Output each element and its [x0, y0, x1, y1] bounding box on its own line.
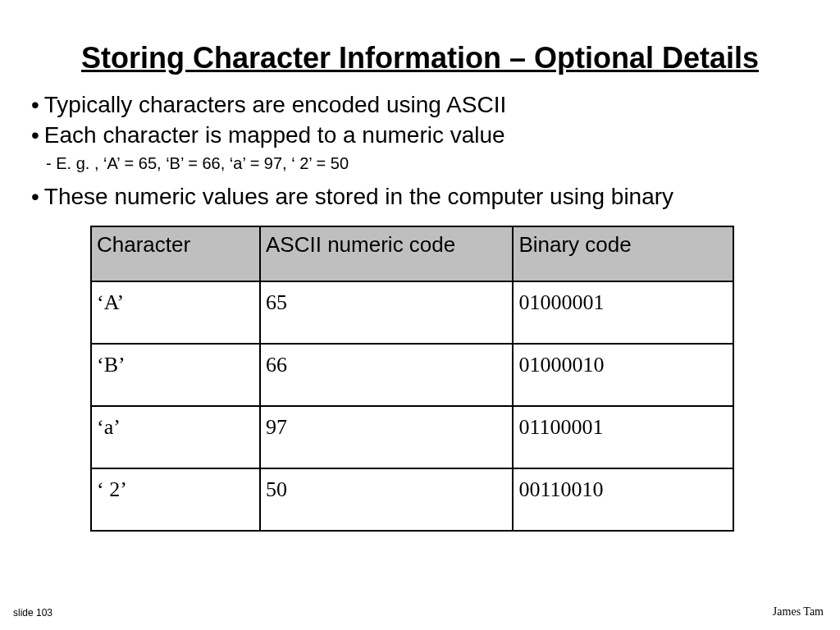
bullet-item: Each character is mapped to a numeric va… — [31, 121, 815, 149]
footer-author: James Tam — [773, 605, 824, 619]
bullet-item: Typically characters are encoded using A… — [31, 90, 815, 119]
footer-slide-number: slide 103 — [13, 607, 52, 619]
cell-character: ‘ 2’ — [91, 468, 260, 531]
table-row: ‘A’ 65 01000001 — [91, 281, 733, 344]
cell-binary-code: 01100001 — [513, 406, 733, 468]
cell-character: ‘a’ — [91, 406, 260, 468]
table-header-ascii-code: ASCII numeric code — [260, 226, 513, 281]
cell-binary-code: 01000010 — [513, 344, 733, 406]
table-row: ‘B’ 66 01000010 — [91, 344, 733, 406]
cell-ascii-code: 97 — [260, 406, 513, 468]
table-row: ‘ 2’ 50 00110010 — [91, 468, 733, 531]
ascii-table: Character ASCII numeric code Binary code… — [90, 226, 734, 532]
cell-ascii-code: 65 — [260, 281, 513, 344]
table-row: ‘a’ 97 01100001 — [91, 406, 733, 468]
table-header-character: Character — [91, 226, 260, 281]
bullet-list: Typically characters are encoded using A… — [25, 90, 815, 211]
table-header-binary-code: Binary code — [513, 226, 733, 281]
bullet-subitem: E. g. , ‘A’ = 65, ‘B’ = 66, ‘a’ = 97, ‘ … — [46, 153, 815, 174]
cell-character: ‘B’ — [91, 344, 260, 406]
slide-title: Storing Character Information – Optional… — [25, 41, 815, 75]
table-header-row: Character ASCII numeric code Binary code — [91, 226, 733, 281]
cell-ascii-code: 66 — [260, 344, 513, 406]
cell-ascii-code: 50 — [260, 468, 513, 531]
cell-binary-code: 00110010 — [513, 468, 733, 531]
cell-binary-code: 01000001 — [513, 281, 733, 344]
slide: Storing Character Information – Optional… — [0, 0, 840, 630]
cell-character: ‘A’ — [91, 281, 260, 344]
bullet-item: These numeric values are stored in the c… — [31, 182, 815, 211]
